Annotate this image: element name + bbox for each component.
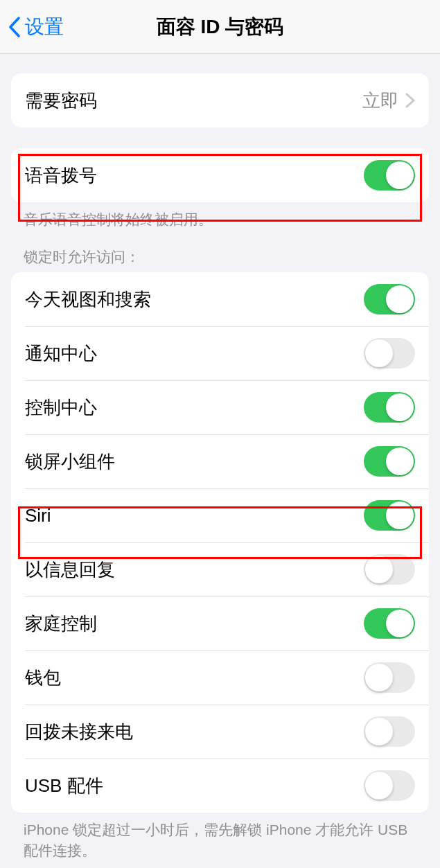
locked-row: 控制中心	[11, 380, 429, 434]
locked-row: 钱包	[11, 650, 429, 705]
locked-access-group: 今天视图和搜索通知中心控制中心锁屏小组件Siri以信息回复家庭控制钱包回拨未接来…	[11, 272, 429, 813]
content: 需要密码 立即 语音拨号 音乐语音控制将始终被启用。 锁定时允许访问： 今天视图…	[0, 73, 440, 860]
row-label: 语音拨号	[25, 163, 364, 188]
toggle-knob	[386, 285, 414, 313]
locked-section-header: 锁定时允许访问：	[0, 229, 440, 272]
passcode-group: 需要密码 立即	[11, 73, 429, 127]
toggle-knob	[365, 339, 393, 367]
locked-row: USB 配件	[11, 759, 429, 813]
row-label: 锁屏小组件	[25, 450, 364, 474]
voice-dial-group: 语音拨号	[11, 148, 429, 202]
locked-toggle[interactable]	[364, 446, 415, 477]
row-label: 以信息回复	[25, 558, 364, 582]
row-label: 家庭控制	[25, 612, 364, 636]
toggle-knob	[386, 610, 414, 637]
row-label: USB 配件	[25, 774, 364, 798]
chevron-right-icon	[405, 93, 415, 108]
locked-section-footer: iPhone 锁定超过一小时后，需先解锁 iPhone 才能允许 USB 配件连…	[0, 813, 440, 860]
toggle-knob	[386, 161, 414, 189]
row-label: 今天视图和搜索	[25, 287, 364, 312]
toggle-knob	[386, 502, 414, 529]
locked-row: 回拨未接来电	[11, 705, 429, 759]
locked-toggle[interactable]	[364, 392, 415, 423]
locked-toggle[interactable]	[364, 284, 415, 315]
locked-toggle[interactable]	[364, 770, 415, 801]
locked-row: 以信息回复	[11, 542, 429, 596]
back-button[interactable]: 设置	[0, 14, 64, 40]
toggle-knob	[365, 556, 393, 583]
toggle-knob	[365, 664, 393, 691]
row-label: Siri	[25, 505, 364, 526]
locked-toggle[interactable]	[364, 338, 415, 369]
require-passcode-row[interactable]: 需要密码 立即	[11, 73, 429, 127]
navigation-bar: 设置 面容 ID 与密码	[0, 0, 440, 54]
toggle-knob	[386, 448, 414, 475]
locked-toggle[interactable]	[364, 500, 415, 531]
voice-dial-toggle[interactable]	[364, 160, 415, 191]
row-value: 立即	[362, 89, 398, 113]
row-label: 需要密码	[25, 89, 362, 113]
locked-row: 家庭控制	[11, 596, 429, 650]
toggle-knob	[365, 772, 393, 799]
voice-dial-footer: 音乐语音控制将始终被启用。	[0, 202, 440, 229]
toggle-knob	[386, 393, 414, 421]
page-title: 面容 ID 与密码	[157, 14, 284, 40]
locked-row: Siri	[11, 488, 429, 542]
locked-toggle[interactable]	[364, 608, 415, 639]
locked-row: 通知中心	[11, 326, 429, 380]
locked-toggle[interactable]	[364, 716, 415, 747]
row-label: 控制中心	[25, 396, 364, 420]
row-label: 回拨未接来电	[25, 720, 364, 744]
locked-toggle[interactable]	[364, 662, 415, 693]
chevron-left-icon	[8, 17, 21, 37]
toggle-knob	[365, 718, 393, 745]
row-label: 钱包	[25, 666, 364, 690]
back-label: 设置	[25, 14, 64, 40]
locked-toggle[interactable]	[364, 554, 415, 585]
voice-dial-row: 语音拨号	[11, 148, 429, 202]
locked-row: 锁屏小组件	[11, 434, 429, 488]
row-label: 通知中心	[25, 342, 364, 366]
locked-row: 今天视图和搜索	[11, 272, 429, 326]
